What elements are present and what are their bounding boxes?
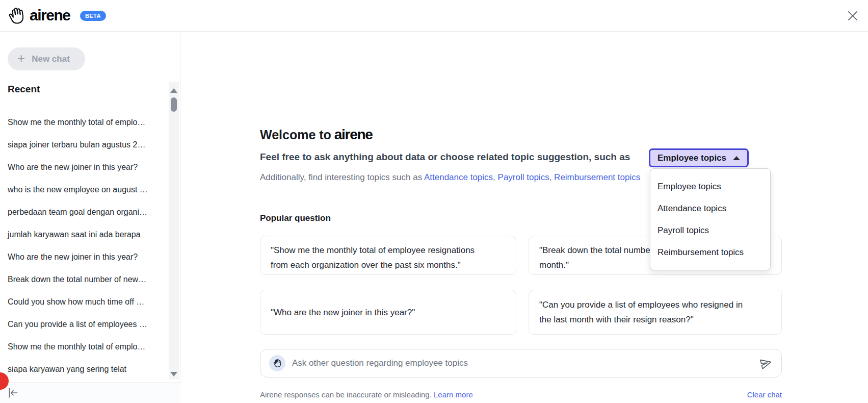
separator: , xyxy=(549,172,554,182)
reimbursement-topics-link[interactable]: Reimbursement topics xyxy=(554,172,640,182)
attendance-topics-link[interactable]: Attendance topics xyxy=(424,172,493,182)
chat-input[interactable] xyxy=(292,358,753,368)
recent-chat-item[interactable]: Could you show how much time off … xyxy=(0,291,167,313)
recent-heading: Recent xyxy=(8,84,40,95)
welcome-prefix: Welcome to xyxy=(260,128,331,142)
topic-option-payroll[interactable]: Payroll topics xyxy=(650,219,770,241)
recent-chat-item[interactable]: who is the new employee on august … xyxy=(0,179,167,201)
popular-question-card[interactable]: "Show me the monthly total of employee r… xyxy=(260,236,516,275)
learn-more-link[interactable]: Learn more xyxy=(434,390,473,399)
topic-option-employee[interactable]: Employee topics xyxy=(650,175,770,197)
sidebar-scrollbar[interactable] xyxy=(169,82,179,380)
separator: , xyxy=(493,172,497,182)
recent-chat-item[interactable]: Who are the new joiner in this year? xyxy=(0,246,167,268)
recent-chat-item[interactable]: Can you provide a list of employees … xyxy=(0,313,167,336)
disclaimer-text: Airene responses can be inaccurate or mi… xyxy=(260,390,473,399)
scroll-down-arrow-icon[interactable] xyxy=(170,372,177,376)
scrollbar-thumb[interactable] xyxy=(171,97,177,112)
chat-input-bar xyxy=(260,349,782,377)
topics-dropdown-menu: Employee topics Attendance topics Payrol… xyxy=(650,168,771,270)
scroll-up-arrow-icon[interactable] xyxy=(170,88,177,93)
recent-chat-item[interactable]: Show me the monthly total of emplo… xyxy=(0,336,167,358)
beta-badge: BETA xyxy=(80,11,106,21)
popular-question-heading: Popular question xyxy=(260,213,331,223)
top-header: airene BETA xyxy=(0,0,868,32)
topics-dropdown-button[interactable]: Employee topics xyxy=(649,148,749,167)
recent-chat-item[interactable]: perbedaan team goal dengan organi… xyxy=(0,201,167,223)
new-chat-label: New chat xyxy=(32,54,70,64)
airene-app-window: airene BETA + New chat Recent Show me th… xyxy=(0,0,868,403)
app-logo-text: airene xyxy=(30,7,70,24)
waving-hand-icon xyxy=(272,357,283,370)
close-icon[interactable] xyxy=(846,9,860,23)
topic-option-attendance[interactable]: Attendance topics xyxy=(650,197,770,219)
recent-chats-list: Show me the monthly total of emplo… siap… xyxy=(0,111,167,381)
welcome-title: Welcome toairene xyxy=(260,127,373,143)
disclaimer-label: Airene responses can be inaccurate or mi… xyxy=(260,390,432,399)
collapse-sidebar-icon[interactable] xyxy=(7,386,20,399)
recent-chat-item[interactable]: Show me the monthly total of emplo… xyxy=(0,111,167,134)
welcome-brand: airene xyxy=(334,127,373,142)
plus-icon: + xyxy=(17,52,25,65)
recent-chat-item[interactable]: jumlah karyawan saat ini ada berapa xyxy=(0,223,167,246)
intro-text: Feel free to ask anything about data or … xyxy=(260,152,630,163)
recent-chat-item[interactable]: siapa joiner terbaru bulan agustus 2… xyxy=(0,134,167,156)
topic-option-reimbursement[interactable]: Reimbursement topics xyxy=(650,241,770,263)
secondary-text-row: Additionally, find interesting topics su… xyxy=(260,172,640,183)
chevron-up-icon xyxy=(733,156,740,160)
payroll-topics-link[interactable]: Payroll topics xyxy=(498,172,549,182)
popular-question-card[interactable]: "Can you provide a list of employees who… xyxy=(529,290,782,335)
recent-chat-item[interactable]: Break down the total number of new… xyxy=(0,268,167,291)
recent-chat-item[interactable]: siapa karyawan yang sering telat xyxy=(0,358,167,381)
secondary-text: Additionally, find interesting topics su… xyxy=(260,172,422,182)
clear-chat-link[interactable]: Clear chat xyxy=(747,390,782,399)
main-content: Welcome toairene Feel free to ask anythi… xyxy=(181,32,868,403)
waving-hand-logo-icon xyxy=(5,3,28,28)
recent-chat-item[interactable]: Who are the new joiner in this year? xyxy=(0,156,167,179)
popular-question-card[interactable]: "Who are the new joiner in this year?" xyxy=(260,290,516,335)
sidebar-bottom-bar xyxy=(0,383,180,403)
send-icon[interactable] xyxy=(758,355,774,371)
topics-dropdown-selected: Employee topics xyxy=(657,153,726,163)
assistant-avatar xyxy=(269,355,285,371)
sidebar: + New chat Recent Show me the monthly to… xyxy=(0,32,180,403)
new-chat-button[interactable]: + New chat xyxy=(8,47,85,70)
